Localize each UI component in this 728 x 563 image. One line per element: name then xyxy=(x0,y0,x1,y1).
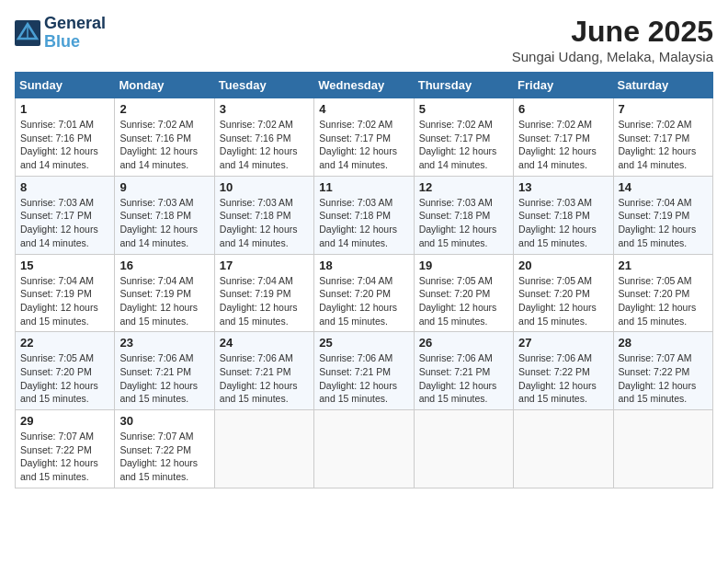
day-info: Sunrise: 7:05 AM Sunset: 7:20 PM Dayligh… xyxy=(518,274,608,328)
day-number: 6 xyxy=(518,102,608,116)
day-info: Sunrise: 7:02 AM Sunset: 7:16 PM Dayligh… xyxy=(220,118,309,172)
calendar-cell: 29Sunrise: 7:07 AM Sunset: 7:22 PM Dayli… xyxy=(16,410,115,488)
day-info: Sunrise: 7:02 AM Sunset: 7:16 PM Dayligh… xyxy=(119,118,209,172)
day-number: 22 xyxy=(20,336,109,350)
day-number: 13 xyxy=(518,180,608,194)
calendar-cell: 8Sunrise: 7:03 AM Sunset: 7:17 PM Daylig… xyxy=(16,176,115,254)
day-info: Sunrise: 7:05 AM Sunset: 7:20 PM Dayligh… xyxy=(619,274,708,328)
logo: General Blue xyxy=(15,15,106,52)
calendar-cell: 10Sunrise: 7:03 AM Sunset: 7:18 PM Dayli… xyxy=(214,176,313,254)
calendar-cell: 22Sunrise: 7:05 AM Sunset: 7:20 PM Dayli… xyxy=(16,332,115,410)
day-number: 29 xyxy=(20,414,109,428)
calendar-cell: 12Sunrise: 7:03 AM Sunset: 7:18 PM Dayli… xyxy=(414,176,513,254)
day-number: 11 xyxy=(319,180,408,194)
day-number: 1 xyxy=(20,102,109,116)
day-number: 25 xyxy=(319,336,408,350)
day-info: Sunrise: 7:03 AM Sunset: 7:17 PM Dayligh… xyxy=(20,196,109,250)
day-number: 5 xyxy=(419,102,508,116)
day-number: 3 xyxy=(220,102,309,116)
day-info: Sunrise: 7:05 AM Sunset: 7:20 PM Dayligh… xyxy=(20,351,109,406)
weekday-header-thursday: Thursday xyxy=(414,73,513,98)
day-number: 7 xyxy=(619,102,708,116)
calendar-cell: 21Sunrise: 7:05 AM Sunset: 7:20 PM Dayli… xyxy=(613,254,712,332)
day-info: Sunrise: 7:06 AM Sunset: 7:21 PM Dayligh… xyxy=(419,351,508,406)
calendar-cell: 25Sunrise: 7:06 AM Sunset: 7:21 PM Dayli… xyxy=(314,332,414,410)
day-number: 17 xyxy=(220,259,309,272)
calendar-cell: 24Sunrise: 7:06 AM Sunset: 7:21 PM Dayli… xyxy=(214,332,313,410)
weekday-header-sunday: Sunday xyxy=(16,73,115,98)
calendar-cell: 30Sunrise: 7:07 AM Sunset: 7:22 PM Dayli… xyxy=(115,410,214,488)
calendar-cell: 27Sunrise: 7:06 AM Sunset: 7:22 PM Dayli… xyxy=(514,332,613,410)
calendar-cell: 7Sunrise: 7:02 AM Sunset: 7:17 PM Daylig… xyxy=(613,98,712,177)
day-info: Sunrise: 7:03 AM Sunset: 7:18 PM Dayligh… xyxy=(119,196,209,250)
day-number: 19 xyxy=(419,259,508,272)
day-number: 15 xyxy=(20,259,109,272)
weekday-header-tuesday: Tuesday xyxy=(214,73,313,98)
day-info: Sunrise: 7:07 AM Sunset: 7:22 PM Dayligh… xyxy=(119,430,209,484)
calendar-cell: 16Sunrise: 7:04 AM Sunset: 7:19 PM Dayli… xyxy=(115,254,214,332)
logo-text: General Blue xyxy=(44,15,106,52)
logo-icon xyxy=(15,20,40,46)
day-info: Sunrise: 7:03 AM Sunset: 7:18 PM Dayligh… xyxy=(319,196,408,250)
calendar-cell: 28Sunrise: 7:07 AM Sunset: 7:22 PM Dayli… xyxy=(613,332,712,410)
day-info: Sunrise: 7:05 AM Sunset: 7:20 PM Dayligh… xyxy=(419,274,508,328)
day-number: 30 xyxy=(119,414,209,428)
day-info: Sunrise: 7:02 AM Sunset: 7:17 PM Dayligh… xyxy=(619,118,708,172)
day-number: 14 xyxy=(619,180,708,194)
weekday-header-wednesday: Wednesday xyxy=(314,73,414,98)
calendar-cell xyxy=(214,410,313,488)
calendar-cell xyxy=(314,410,414,488)
day-info: Sunrise: 7:06 AM Sunset: 7:21 PM Dayligh… xyxy=(319,351,408,406)
day-info: Sunrise: 7:06 AM Sunset: 7:22 PM Dayligh… xyxy=(518,351,608,406)
weekday-header-saturday: Saturday xyxy=(613,73,712,98)
calendar-cell: 6Sunrise: 7:02 AM Sunset: 7:17 PM Daylig… xyxy=(514,98,613,177)
day-info: Sunrise: 7:07 AM Sunset: 7:22 PM Dayligh… xyxy=(20,430,109,484)
calendar-cell: 11Sunrise: 7:03 AM Sunset: 7:18 PM Dayli… xyxy=(314,176,414,254)
calendar-cell: 5Sunrise: 7:02 AM Sunset: 7:17 PM Daylig… xyxy=(414,98,513,177)
calendar-cell xyxy=(613,410,712,488)
day-info: Sunrise: 7:03 AM Sunset: 7:18 PM Dayligh… xyxy=(518,196,608,250)
calendar-cell: 20Sunrise: 7:05 AM Sunset: 7:20 PM Dayli… xyxy=(514,254,613,332)
day-info: Sunrise: 7:06 AM Sunset: 7:21 PM Dayligh… xyxy=(220,351,309,406)
calendar-cell: 9Sunrise: 7:03 AM Sunset: 7:18 PM Daylig… xyxy=(115,176,214,254)
day-number: 16 xyxy=(119,259,209,272)
calendar-cell: 23Sunrise: 7:06 AM Sunset: 7:21 PM Dayli… xyxy=(115,332,214,410)
weekday-header-friday: Friday xyxy=(514,73,613,98)
day-number: 21 xyxy=(619,259,708,272)
calendar-cell: 15Sunrise: 7:04 AM Sunset: 7:19 PM Dayli… xyxy=(16,254,115,332)
day-info: Sunrise: 7:02 AM Sunset: 7:17 PM Dayligh… xyxy=(319,118,408,172)
day-number: 8 xyxy=(20,180,109,194)
header: General Blue June 2025 Sungai Udang, Mel… xyxy=(15,15,713,64)
day-number: 4 xyxy=(319,102,408,116)
day-number: 27 xyxy=(518,336,608,350)
calendar-cell xyxy=(514,410,613,488)
day-info: Sunrise: 7:02 AM Sunset: 7:17 PM Dayligh… xyxy=(419,118,508,172)
day-number: 26 xyxy=(419,336,508,350)
calendar-cell: 4Sunrise: 7:02 AM Sunset: 7:17 PM Daylig… xyxy=(314,98,414,177)
day-number: 18 xyxy=(319,259,408,272)
day-info: Sunrise: 7:02 AM Sunset: 7:17 PM Dayligh… xyxy=(518,118,608,172)
day-number: 12 xyxy=(419,180,508,194)
day-number: 10 xyxy=(220,180,309,194)
day-number: 20 xyxy=(518,259,608,272)
day-info: Sunrise: 7:04 AM Sunset: 7:20 PM Dayligh… xyxy=(319,274,408,328)
day-number: 9 xyxy=(119,180,209,194)
month-title: June 2025 xyxy=(512,15,713,49)
calendar-cell: 2Sunrise: 7:02 AM Sunset: 7:16 PM Daylig… xyxy=(115,98,214,177)
day-info: Sunrise: 7:04 AM Sunset: 7:19 PM Dayligh… xyxy=(220,274,309,328)
calendar-cell: 14Sunrise: 7:04 AM Sunset: 7:19 PM Dayli… xyxy=(613,176,712,254)
calendar: SundayMondayTuesdayWednesdayThursdayFrid… xyxy=(15,72,713,488)
calendar-cell xyxy=(414,410,513,488)
day-info: Sunrise: 7:04 AM Sunset: 7:19 PM Dayligh… xyxy=(20,274,109,328)
day-info: Sunrise: 7:03 AM Sunset: 7:18 PM Dayligh… xyxy=(220,196,309,250)
weekday-header-monday: Monday xyxy=(115,73,214,98)
location-title: Sungai Udang, Melaka, Malaysia xyxy=(512,49,713,64)
day-info: Sunrise: 7:03 AM Sunset: 7:18 PM Dayligh… xyxy=(419,196,508,250)
day-info: Sunrise: 7:06 AM Sunset: 7:21 PM Dayligh… xyxy=(119,351,209,406)
day-info: Sunrise: 7:04 AM Sunset: 7:19 PM Dayligh… xyxy=(619,196,708,250)
calendar-cell: 19Sunrise: 7:05 AM Sunset: 7:20 PM Dayli… xyxy=(414,254,513,332)
calendar-cell: 18Sunrise: 7:04 AM Sunset: 7:20 PM Dayli… xyxy=(314,254,414,332)
calendar-cell: 1Sunrise: 7:01 AM Sunset: 7:16 PM Daylig… xyxy=(16,98,115,177)
day-number: 28 xyxy=(619,336,708,350)
day-number: 23 xyxy=(119,336,209,350)
